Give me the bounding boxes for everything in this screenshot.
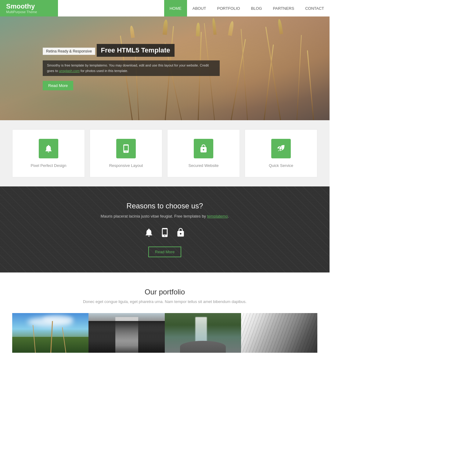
responsive-label: Responsive Layout — [96, 163, 156, 168]
nav-about[interactable]: ABOUT — [187, 0, 212, 16]
main-nav: HOME ABOUT PORTFOLIO BLOG PARTNERS CONTA… — [164, 0, 330, 16]
bell-icon — [44, 144, 53, 153]
hero-link[interactable]: unsplash.com — [59, 69, 80, 73]
portfolio-header: Our portfolio Donec eget congue ligula, … — [12, 288, 317, 304]
nav-blog[interactable]: BLOG — [245, 0, 267, 16]
portfolio-image-2 — [88, 313, 165, 353]
lock-icon — [199, 144, 208, 153]
portfolio-title: Our portfolio — [12, 288, 317, 296]
quick-service-label: Quick Service — [251, 163, 311, 168]
portfolio-image-4 — [241, 313, 317, 353]
hero-read-more-button[interactable]: Read More — [43, 81, 73, 90]
features-section: Pixel Perfect Design Responsive Layout S… — [0, 120, 330, 186]
portfolio-item-2[interactable] — [88, 313, 165, 353]
pixel-perfect-icon-box — [39, 139, 58, 158]
features-grid: Pixel Perfect Design Responsive Layout S… — [12, 129, 317, 177]
portfolio-item-1[interactable] — [12, 313, 88, 353]
quick-service-icon-box — [271, 139, 291, 158]
reasons-tablet-icon — [160, 228, 170, 237]
logo[interactable]: Smoothy MultiPurpose Theme — [0, 0, 58, 16]
reasons-section: Reasons to choose us? Mauris placerat la… — [0, 186, 330, 272]
nav-contact[interactable]: CONTACT — [300, 0, 330, 16]
logo-subtitle: MultiPurpose Theme — [6, 10, 58, 14]
hero-title: Free HTML5 Template — [97, 44, 175, 57]
hero-description: Smoothy is free template by templatemo. … — [43, 60, 220, 76]
hero-section: Retina Ready & Responsive Free HTML5 Tem… — [0, 16, 330, 120]
logo-title: Smoothy — [6, 3, 58, 10]
portfolio-section: Our portfolio Donec eget congue ligula, … — [0, 272, 330, 362]
feature-pixel-perfect: Pixel Perfect Design — [12, 129, 85, 177]
feature-responsive: Responsive Layout — [90, 129, 162, 177]
reasons-description: Mauris placerat lacinia justo vitae feug… — [12, 214, 317, 218]
pixel-perfect-label: Pixel Perfect Design — [19, 163, 78, 168]
portfolio-grid — [12, 313, 317, 353]
portfolio-description: Donec eget congue ligula, eget pharetra … — [12, 299, 317, 304]
header: Smoothy MultiPurpose Theme HOME ABOUT PO… — [0, 0, 330, 16]
reasons-icons — [12, 228, 317, 237]
secured-icon-box — [194, 139, 213, 158]
secured-label: Secured Website — [174, 163, 233, 168]
hero-badge: Retina Ready & Responsive — [43, 48, 95, 55]
feature-secured: Secured Website — [167, 129, 240, 177]
responsive-icon-box — [116, 139, 136, 158]
nav-home[interactable]: HOME — [164, 0, 187, 16]
portfolio-image-1 — [12, 313, 88, 353]
reasons-bell-icon — [144, 228, 154, 237]
feature-quick-service: Quick Service — [245, 129, 317, 177]
nav-portfolio[interactable]: PORTFOLIO — [212, 0, 246, 16]
nav-partners[interactable]: PARTNERS — [268, 0, 300, 16]
tablet-icon — [121, 144, 131, 153]
reasons-title: Reasons to choose us? — [12, 202, 317, 210]
reasons-link[interactable]: templatemo — [207, 214, 228, 218]
reasons-read-more-button[interactable]: Read More — [148, 247, 181, 257]
portfolio-item-3[interactable] — [165, 313, 241, 353]
reasons-content: Reasons to choose us? Mauris placerat la… — [12, 202, 317, 257]
reasons-lock-icon — [176, 228, 186, 237]
rocket-icon — [276, 144, 286, 153]
hero-content: Retina Ready & Responsive Free HTML5 Tem… — [43, 44, 220, 90]
portfolio-item-4[interactable] — [241, 313, 317, 353]
portfolio-image-3 — [165, 313, 241, 353]
